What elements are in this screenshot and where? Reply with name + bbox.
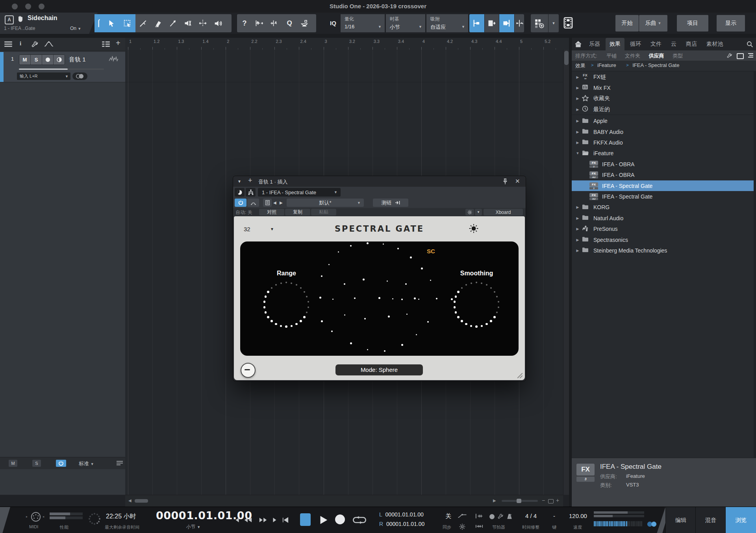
scroll-left-icon[interactable]: ◀ — [128, 498, 132, 503]
eraser-tool-button[interactable] — [150, 14, 165, 32]
arrow-tool-button[interactable] — [104, 14, 119, 32]
sort-option-供应商[interactable]: 供应商 — [649, 52, 664, 59]
search-icon[interactable] — [747, 41, 753, 48]
tree-item-IFEA-OBRA[interactable]: FX3IFEA - OBRA — [572, 159, 756, 169]
sc-label[interactable]: SC — [427, 248, 435, 254]
sort-option-类型[interactable]: 类型 — [673, 52, 683, 59]
tree-item-iFeature[interactable]: ▼iFeature — [572, 148, 756, 159]
global-mute-button[interactable]: M — [9, 460, 17, 467]
xboard-button[interactable]: Xboard — [484, 209, 523, 215]
add-insert-icon[interactable]: + — [248, 176, 252, 185]
record-button[interactable] — [335, 514, 345, 524]
quantize-q-button[interactable]: Q — [282, 14, 297, 32]
expander-icon[interactable]: ▶ — [575, 238, 580, 242]
collapse-button[interactable] — [241, 363, 256, 378]
rewind-button[interactable] — [243, 513, 253, 527]
autopunch-icon[interactable] — [475, 524, 484, 529]
record-arm-button[interactable] — [42, 55, 54, 65]
sync-value[interactable]: 关 — [445, 513, 451, 520]
track-list-icon[interactable] — [102, 41, 110, 47]
routing-icon[interactable] — [246, 188, 256, 197]
tab-素材池[interactable]: 素材池 — [702, 38, 727, 50]
arranger-mode-icon[interactable]: A — [5, 15, 14, 24]
grid-toggle-button[interactable] — [485, 14, 499, 32]
preroll-icon[interactable] — [475, 513, 484, 519]
tree-item-IFEA-Spectral-Gate[interactable]: FX3IFEA - Spectral Gate — [572, 180, 756, 191]
tab-乐器[interactable]: 乐器 — [585, 38, 604, 50]
menu-icon[interactable] — [4, 41, 13, 47]
loop-button[interactable] — [353, 513, 366, 527]
tree-item-收藏夹[interactable]: ▶收藏夹 — [572, 93, 756, 104]
pre-record-icon[interactable] — [458, 513, 467, 519]
expander-icon[interactable]: ▶ — [575, 130, 580, 134]
tree-item-Apple[interactable]: ▶Apple — [572, 116, 756, 126]
stereo-link-toggle[interactable] — [647, 521, 658, 528]
bend-tool-button[interactable] — [195, 14, 210, 32]
gear-icon[interactable] — [465, 209, 474, 215]
list-icon[interactable] — [116, 461, 123, 466]
tree-item-FKFX-Audio[interactable]: ▶FKFX Audio — [572, 137, 756, 148]
loop-end-value[interactable]: 00001.01.01.00 — [386, 521, 424, 527]
bounce-icon[interactable] — [252, 14, 267, 32]
snap-value[interactable]: 自适应 — [430, 24, 446, 31]
zoom-preset-icon[interactable] — [548, 499, 554, 503]
timeline-ruler[interactable]: 11.21.31.422.22.32.433.23.33.444.24.34.4… — [125, 38, 569, 50]
expander-icon[interactable]: ▶ — [575, 227, 580, 231]
zoom-slider[interactable] — [502, 500, 538, 502]
chevron-down-icon[interactable]: ▼ — [378, 25, 382, 29]
expander-icon[interactable]: ▶ — [575, 249, 580, 253]
help-button[interactable]: ? — [237, 14, 252, 32]
start-page-button[interactable]: 开始 — [615, 15, 639, 32]
tree-item-IFEA-Spectral-Gate[interactable]: FXAUIFEA - Spectral Gate — [572, 191, 756, 202]
add-track-menu-arrow[interactable]: ▼ — [548, 14, 559, 32]
mute-button[interactable]: M — [19, 55, 31, 65]
prev-preset-icon[interactable]: ◀ — [273, 201, 276, 205]
wrench-icon[interactable] — [32, 41, 39, 48]
horizontal-scrollbar-thumb[interactable] — [135, 499, 148, 503]
add-track-button[interactable] — [531, 14, 548, 32]
expander-icon[interactable]: ▶ — [575, 119, 580, 123]
browse-view-button[interactable]: 浏览 — [725, 507, 756, 533]
knob-mode-icon[interactable] — [235, 188, 245, 197]
stop-button[interactable] — [300, 513, 311, 526]
hand-tool-icon[interactable] — [17, 15, 24, 23]
plugin-slot-select[interactable]: 1 - IFEA - Spectral Gate▼ — [258, 188, 341, 197]
tree-item-Steinberg-Media-Technologies[interactable]: ▶Steinberg Media Technologies — [572, 245, 756, 256]
tab-循环[interactable]: 循环 — [626, 38, 645, 50]
iq-label[interactable]: IQ — [330, 20, 336, 26]
tree-item-Mix-FX[interactable]: ▶Mix FX — [572, 82, 756, 93]
vertical-scrollbar-thumb[interactable] — [564, 51, 569, 65]
tab-商店[interactable]: 商店 — [682, 38, 701, 50]
tab-效果[interactable]: 效果 — [606, 38, 624, 50]
resize-grip[interactable] — [515, 371, 523, 379]
breadcrumb[interactable]: 效果>iFeature>IFEA - Spectral Gate — [572, 61, 756, 71]
chevron-down-icon[interactable]: ▼ — [419, 25, 422, 29]
expander-icon[interactable]: ▶ — [575, 86, 580, 90]
split-tool-button[interactable] — [135, 14, 150, 32]
paste-button[interactable]: 粘贴 — [311, 209, 336, 215]
loop-start-value[interactable]: 00001.01.01.00 — [385, 511, 424, 518]
sidechain-button[interactable]: 测链 — [373, 199, 408, 207]
power-button[interactable] — [56, 460, 66, 467]
video-track-button[interactable] — [562, 17, 576, 30]
expander-icon[interactable]: ▶ — [575, 75, 580, 79]
key-value[interactable]: - — [553, 513, 555, 519]
plugin-display[interactable]: SC Range Smoothing — [240, 241, 519, 356]
filter-list-icon[interactable] — [748, 53, 754, 58]
automation-icon[interactable] — [44, 41, 54, 47]
tab-云[interactable]: 云 — [667, 38, 680, 50]
track-row[interactable]: 1 M S 音轨 1 输入 L+R▼ — [0, 52, 125, 82]
global-solo-button[interactable]: S — [32, 460, 41, 467]
plugin-window[interactable]: ▼ + 音轨 1 · 插入 ✕ 1 - IFEA - Spectral Gate… — [233, 176, 526, 381]
expander-icon[interactable]: ▶ — [575, 205, 580, 209]
mix-view-button[interactable]: 混音 — [695, 507, 726, 533]
gear-icon[interactable] — [459, 524, 465, 530]
range-tool-button[interactable] — [119, 14, 135, 32]
track-name[interactable]: 音轨 1 — [69, 56, 86, 63]
next-preset-icon[interactable]: ▶ — [280, 201, 283, 205]
fast-forward-button[interactable] — [258, 513, 268, 527]
tempo-value[interactable]: 120.00 — [569, 513, 587, 519]
breadcrumb-item[interactable]: iFeature — [597, 62, 616, 68]
home-icon[interactable] — [575, 41, 582, 47]
return-to-zero-button[interactable] — [282, 513, 289, 527]
